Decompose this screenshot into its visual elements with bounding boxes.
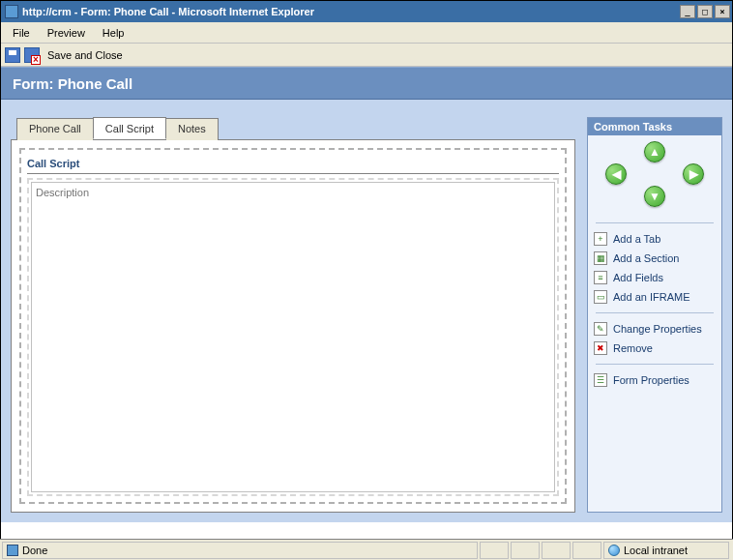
status-empty-cell: [572, 542, 601, 559]
task-remove[interactable]: ✖ Remove: [594, 339, 716, 358]
close-button[interactable]: ×: [715, 5, 730, 18]
form-properties-icon: ☰: [594, 373, 607, 387]
description-field[interactable]: [31, 182, 555, 492]
add-fields-icon: ≡: [594, 271, 607, 284]
task-add-fields[interactable]: ≡ Add Fields: [594, 268, 716, 287]
task-add-section[interactable]: ▦ Add a Section: [594, 249, 716, 268]
task-add-tab[interactable]: + Add a Tab: [594, 229, 716, 249]
add-iframe-icon: ▭: [594, 290, 607, 304]
status-empty-cell: [480, 542, 509, 559]
task-change-properties[interactable]: ✎ Change Properties: [594, 319, 716, 339]
toolbar: Save and Close: [1, 44, 732, 67]
menu-preview[interactable]: Preview: [40, 25, 93, 41]
task-divider: [596, 222, 714, 223]
move-up-button[interactable]: ▲: [644, 141, 665, 162]
add-tab-icon: +: [594, 232, 607, 246]
menu-file[interactable]: File: [5, 25, 38, 41]
status-zone: Local intranet: [624, 545, 688, 556]
tab-phone-call[interactable]: Phone Call: [16, 118, 94, 140]
change-properties-icon: ✎: [594, 322, 607, 336]
tab-strip: Phone Call Call Script Notes: [16, 117, 575, 139]
tab-body: Call Script: [11, 139, 575, 513]
menu-bar: File Preview Help: [1, 22, 732, 44]
common-tasks-panel: Common Tasks ▲ ◀ ▶ ▼ + Add a Tab ▦ Add a…: [587, 117, 722, 513]
status-empty-cell: [511, 542, 540, 559]
task-label: Add a Tab: [613, 233, 660, 245]
task-label: Form Properties: [613, 374, 689, 386]
intranet-icon: [608, 545, 620, 556]
section-title[interactable]: Call Script: [27, 156, 559, 174]
add-section-icon: ▦: [594, 251, 607, 265]
form-header: Form: Phone Call: [1, 67, 732, 100]
section-content[interactable]: [27, 178, 559, 496]
move-left-button[interactable]: ◀: [605, 163, 627, 185]
window-titlebar: http://crm - Form: Phone Call - Microsof…: [1, 1, 732, 22]
move-arrows: ▲ ◀ ▶ ▼: [588, 135, 721, 213]
ie-small-icon: [7, 545, 18, 556]
status-empty-cell: [542, 542, 571, 559]
save-close-icon[interactable]: [24, 47, 40, 63]
task-form-properties[interactable]: ☰ Form Properties: [594, 370, 716, 390]
form-title: Form: Phone Call: [13, 75, 132, 92]
window-controls: _ □ ×: [680, 5, 730, 18]
menu-help[interactable]: Help: [95, 25, 132, 41]
task-add-iframe[interactable]: ▭ Add an IFRAME: [594, 287, 716, 307]
status-zone-cell: Local intranet: [603, 542, 729, 559]
status-message: Done: [22, 545, 47, 556]
task-divider: [596, 364, 714, 365]
task-label: Add Fields: [613, 272, 663, 283]
form-designer-pane: Phone Call Call Script Notes Call Script: [11, 117, 575, 513]
ie-icon: [5, 5, 18, 18]
tab-inner[interactable]: Call Script: [19, 148, 567, 504]
main-area: Phone Call Call Script Notes Call Script…: [1, 100, 732, 522]
task-list: + Add a Tab ▦ Add a Section ≡ Add Fields…: [588, 213, 721, 394]
move-down-button[interactable]: ▼: [644, 186, 665, 207]
tab-call-script[interactable]: Call Script: [93, 117, 166, 139]
task-divider: [596, 312, 714, 313]
save-icon[interactable]: [5, 47, 20, 63]
remove-icon: ✖: [594, 341, 607, 355]
task-label: Change Properties: [613, 323, 702, 335]
task-label: Add an IFRAME: [613, 291, 689, 303]
save-and-close-button[interactable]: Save and Close: [44, 49, 127, 61]
status-bar: Done Local intranet: [0, 539, 733, 560]
maximize-button[interactable]: □: [697, 5, 713, 18]
task-label: Remove: [613, 342, 653, 354]
status-message-cell: Done: [2, 542, 478, 559]
move-right-button[interactable]: ▶: [683, 163, 704, 185]
task-label: Add a Section: [613, 252, 680, 264]
window-title: http://crm - Form: Phone Call - Microsof…: [22, 6, 680, 17]
minimize-button[interactable]: _: [680, 5, 695, 18]
tab-notes[interactable]: Notes: [165, 118, 219, 140]
common-tasks-header: Common Tasks: [588, 118, 721, 135]
